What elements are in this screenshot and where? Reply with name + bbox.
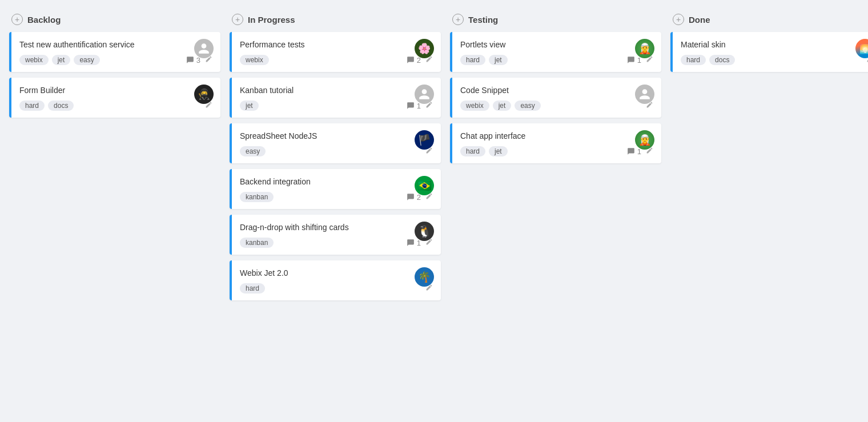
card-tags: kanban (240, 192, 274, 202)
card-avatar: 🌴 (415, 267, 434, 287)
card-title: Backend integration (240, 177, 433, 186)
card-footer: webixjeteasy 3 (19, 55, 212, 65)
card: 🏴SpreadSheet NodeJSeasy (230, 123, 441, 163)
card-footer: hard (240, 283, 433, 294)
card-title: SpreadSheet NodeJS (240, 131, 433, 140)
card: 🧝Portlets viewhardjet 1 (450, 32, 661, 72)
tag[interactable]: easy (240, 146, 266, 156)
kanban-board: +Backlog Test new authentification servi… (9, 9, 859, 300)
tag[interactable]: webix (460, 101, 489, 111)
column-header: +Backlog (9, 9, 220, 32)
card-avatar: 🥷 (194, 85, 214, 104)
tag[interactable]: jet (493, 101, 512, 111)
column-title: Testing (468, 15, 498, 25)
card-avatar: 🏴 (415, 130, 434, 150)
card-avatar (194, 39, 214, 58)
card-title: Chat app interface (460, 131, 653, 140)
card-footer: kanban 1 (240, 238, 433, 248)
card-tags: harddocs (681, 55, 735, 65)
tag[interactable]: docs (709, 55, 735, 65)
tag[interactable]: hard (19, 101, 45, 111)
add-column-icon[interactable]: + (452, 14, 464, 25)
tag[interactable]: docs (48, 101, 74, 111)
card-title: Kanban tutorial (240, 86, 433, 95)
add-column-icon[interactable]: + (11, 14, 23, 25)
tag[interactable]: jet (489, 146, 508, 156)
column-header: +In Progress (230, 9, 441, 32)
cards-list: 🌸Performance testswebix 2 Kanban tutoria… (230, 32, 441, 300)
tag[interactable]: hard (240, 283, 265, 294)
add-column-icon[interactable]: + (232, 14, 243, 25)
column-done: +Done🌅Material skinharddocs (670, 9, 868, 72)
card-title: Portlets view (460, 40, 653, 49)
card: 🥷Form Builderharddocs (9, 78, 220, 118)
tag[interactable]: jet (489, 55, 508, 65)
card-avatar (415, 85, 434, 104)
card-avatar: 🧝 (635, 39, 654, 58)
card-avatar: 🧝 (635, 130, 654, 150)
card-footer: kanban 2 (240, 192, 433, 202)
card-tags: easy (240, 146, 266, 156)
card: Code Snippetwebixjeteasy (450, 78, 661, 118)
card-avatar: 🌸 (415, 39, 434, 58)
card-footer: webix 2 (240, 55, 433, 65)
card: 🐧Drag-n-drop with shifting cardskanban 1 (230, 215, 441, 255)
card-title: Code Snippet (460, 86, 653, 95)
card: Test new authentification servicewebixje… (9, 32, 220, 72)
card-footer: hardjet 1 (460, 55, 653, 65)
tag[interactable]: easy (515, 101, 540, 111)
card-tags: hardjet (460, 55, 508, 65)
column-title: Backlog (27, 15, 61, 25)
column-in-progress: +In Progress🌸Performance testswebix 2 Ka… (230, 9, 441, 300)
tag[interactable]: kanban (240, 238, 274, 248)
card-footer: hardjet 1 (460, 146, 653, 156)
column-testing: +Testing🧝Portlets viewhardjet 1 Code Sni… (450, 9, 661, 163)
card-avatar: 🐧 (415, 222, 434, 241)
card-title: Performance tests (240, 40, 433, 49)
card-avatar (635, 85, 654, 104)
tag[interactable]: webix (19, 55, 49, 65)
tag[interactable]: hard (681, 55, 706, 65)
card-footer: jet 1 (240, 101, 433, 111)
card-avatar: 🌅 (855, 39, 868, 58)
tag[interactable]: jet (52, 55, 71, 65)
card-tags: webixjeteasy (460, 101, 541, 111)
card-tags: webix (240, 55, 269, 65)
tag[interactable]: hard (460, 146, 485, 156)
card: 🌅Material skinharddocs (670, 32, 868, 72)
cards-list: Test new authentification servicewebixje… (9, 32, 220, 118)
tag[interactable]: jet (240, 101, 259, 111)
card: 🌸Performance testswebix 2 (230, 32, 441, 72)
tag[interactable]: webix (240, 55, 269, 65)
card-footer: easy (240, 146, 433, 156)
column-title: Done (689, 15, 710, 25)
column-header: +Done (670, 9, 868, 32)
card-tags: jet (240, 101, 259, 111)
card-footer: webixjeteasy (460, 101, 653, 111)
card-title: Drag-n-drop with shifting cards (240, 223, 433, 232)
card-tags: kanban (240, 238, 274, 248)
card-title: Form Builder (19, 86, 212, 95)
column-backlog: +Backlog Test new authentification servi… (9, 9, 220, 118)
card: 🧝Chat app interfacehardjet 1 (450, 123, 661, 163)
tag[interactable]: hard (460, 55, 485, 65)
cards-list: 🌅Material skinharddocs (670, 32, 868, 72)
card: Kanban tutorialjet 1 (230, 78, 441, 118)
tag[interactable]: easy (74, 55, 99, 65)
card-title: Material skin (681, 40, 868, 49)
card: 🌴Webix Jet 2.0hard (230, 260, 441, 300)
column-title: In Progress (248, 15, 295, 25)
add-column-icon[interactable]: + (673, 14, 684, 25)
card-footer: harddocs (19, 101, 212, 111)
card-tags: harddocs (19, 101, 74, 111)
column-header: +Testing (450, 9, 661, 32)
card: 🇧🇷Backend integrationkanban 2 (230, 169, 441, 209)
card-footer: harddocs (681, 55, 868, 65)
card-avatar: 🇧🇷 (415, 176, 434, 195)
tag[interactable]: kanban (240, 192, 274, 202)
card-tags: hardjet (460, 146, 508, 156)
card-title: Webix Jet 2.0 (240, 268, 433, 278)
cards-list: 🧝Portlets viewhardjet 1 Code Snippetwebi… (450, 32, 661, 163)
card-title: Test new authentification service (19, 40, 212, 49)
card-tags: hard (240, 283, 265, 294)
